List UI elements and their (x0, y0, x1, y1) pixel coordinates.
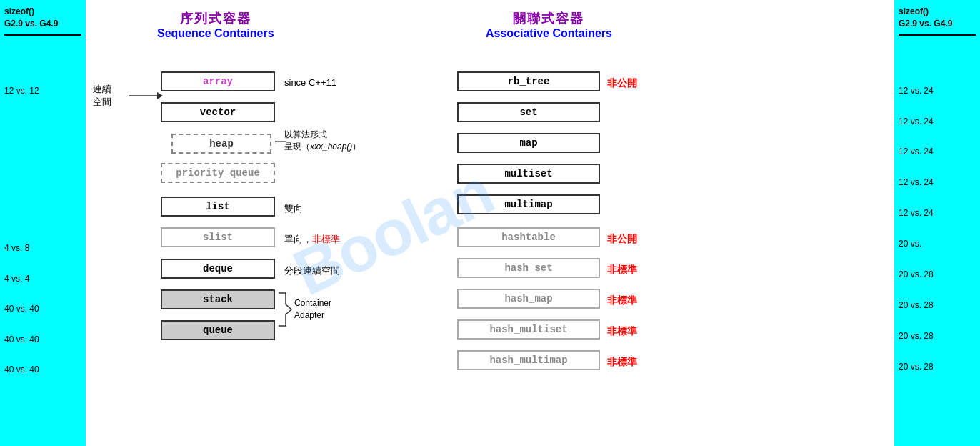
left-panel-title: sizeof()G2.9 vs. G4.9 (4, 6, 81, 30)
right-row-1: 12 vs. 24 (899, 86, 934, 96)
box-slist: slist (161, 227, 275, 247)
label-heap-algo: 以算法形式呈現（xxx_heap()） (284, 129, 361, 153)
label-since-cpp11: since C++11 (284, 77, 336, 88)
badge-hash-multiset: 非標準 (607, 325, 637, 338)
left-row-8: 40 vs. 40 (4, 304, 39, 314)
box-hash-map: hash_map (457, 289, 600, 309)
badge-hash-multimap: 非標準 (607, 356, 637, 369)
badge-hashtable: 非公開 (607, 233, 637, 246)
label-container-adapter: ContainerAdapter (294, 297, 331, 322)
right-row-3: 12 vs. 24 (899, 147, 934, 157)
label-double: 雙向 (284, 202, 303, 215)
assoc-title-en: Associative Containers (486, 27, 612, 40)
box-deque: deque (161, 259, 275, 279)
box-hash-multimap: hash_multimap (457, 350, 600, 370)
arrow-lian-xu (127, 86, 163, 106)
seq-section: 序列式容器 Sequence Containers 連續空間 array sin… (86, 0, 414, 446)
box-multimap: multimap (457, 194, 600, 214)
assoc-section: 關聯式容器 Associative Containers rb_tree 非公開… (414, 0, 894, 446)
box-heap: heap (171, 134, 271, 154)
right-row-10: 20 vs. 28 (899, 362, 934, 372)
assoc-header: 關聯式容器 Associative Containers (486, 10, 612, 40)
right-divider (899, 34, 976, 36)
box-queue: queue (161, 320, 275, 340)
box-rb-tree: rb_tree (457, 71, 600, 91)
arrow-heap (275, 137, 288, 146)
left-row-6: 4 vs. 8 (4, 243, 29, 253)
right-row-4: 12 vs. 24 (899, 177, 934, 187)
right-row-6: 20 vs. (899, 239, 921, 249)
box-stack: stack (161, 289, 275, 309)
label-deque-desc: 分段連續空間 (284, 264, 340, 277)
right-row-7: 20 vs. 28 (899, 269, 934, 279)
badge-rb-tree: 非公開 (607, 77, 637, 90)
seq-header: 序列式容器 Sequence Containers (157, 10, 274, 40)
left-panel: sizeof()G2.9 vs. G4.9 12 vs. 12 4 vs. 8 … (0, 0, 86, 446)
right-panel: sizeof()G2.9 vs. G4.9 12 vs. 24 12 vs. 2… (894, 0, 980, 446)
badge-hash-set: 非標準 (607, 264, 637, 277)
left-row-10: 40 vs. 40 (4, 365, 39, 375)
box-vector: vector (161, 102, 275, 122)
seq-title-en: Sequence Containers (157, 27, 274, 40)
right-panel-title: sizeof()G2.9 vs. G4.9 (899, 6, 976, 30)
box-hashtable: hashtable (457, 227, 600, 247)
box-hash-set: hash_set (457, 258, 600, 278)
left-row-7: 4 vs. 4 (4, 274, 29, 284)
lian-xu-label: 連續空間 (93, 83, 111, 109)
right-row-2: 12 vs. 24 (899, 117, 934, 127)
right-row-5: 12 vs. 24 (899, 208, 934, 218)
box-hash-multiset: hash_multiset (457, 319, 600, 340)
svg-marker-3 (275, 139, 276, 144)
box-array: array (161, 71, 275, 91)
badge-hash-map: 非標準 (607, 294, 637, 307)
box-list: list (161, 197, 275, 217)
label-single: 單向，非標準 (284, 233, 340, 246)
seq-title-zh: 序列式容器 (157, 10, 274, 27)
left-row-9: 40 vs. 40 (4, 334, 39, 345)
box-priority-queue: priority_queue (161, 163, 275, 183)
box-set: set (457, 102, 600, 122)
right-row-8: 20 vs. 28 (899, 300, 934, 310)
main-area: 序列式容器 Sequence Containers 連續空間 array sin… (86, 0, 894, 446)
left-divider (4, 34, 81, 36)
svg-marker-1 (157, 92, 163, 99)
box-multiset: multiset (457, 164, 600, 184)
right-row-9: 20 vs. 28 (899, 331, 934, 341)
left-row-1: 12 vs. 12 (4, 86, 39, 96)
assoc-title-zh: 關聯式容器 (486, 10, 612, 27)
box-map: map (457, 133, 600, 153)
